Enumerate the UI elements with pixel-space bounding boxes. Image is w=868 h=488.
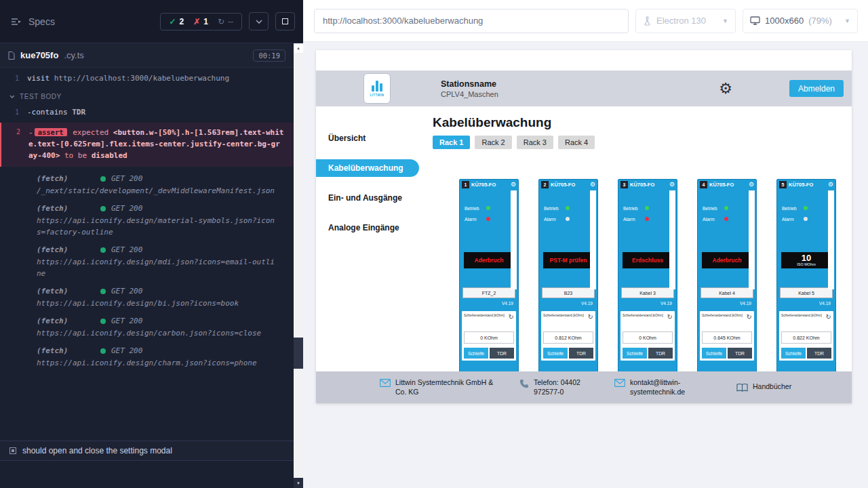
failed-assert-log[interactable]: 2 -assert expected <button.w-[50%].h-[1.… <box>0 123 294 167</box>
schleife-button[interactable]: Schleife <box>702 348 726 359</box>
alarm-led <box>566 217 570 221</box>
firmware-version: V4.19 <box>460 301 518 306</box>
flask-icon <box>643 16 652 26</box>
test-stats[interactable]: ✓2 ✗1 ↻-- <box>160 13 242 30</box>
test-title: should open and close the settings modal <box>22 446 172 455</box>
measurement-panel: Schleifenwiderstand [kOhm] ↻ 0.812 KOhm … <box>541 311 595 361</box>
device-cards: 1 KÜ705-FO ⚙ Betrieb Alarm Aderbruch FTZ… <box>459 179 852 371</box>
tdr-button[interactable]: TDR <box>490 348 514 359</box>
refresh-icon[interactable]: ↻ <box>747 314 752 321</box>
collapsed-test-row[interactable]: should open and close the settings modal <box>0 441 294 461</box>
card-gear-icon[interactable]: ⚙ <box>749 182 754 188</box>
sidebar-item-1[interactable]: Kabelüberwachung <box>316 159 419 177</box>
chevron-down-icon <box>256 20 262 24</box>
schleife-button[interactable]: Schleife <box>464 348 488 359</box>
settings-gear-icon[interactable]: ⚙ <box>719 81 732 96</box>
status-text: Aderbruch <box>713 257 742 264</box>
assert-state: disabled <box>92 151 127 160</box>
fetch-log-entry[interactable]: (fetch) GET 200 /_next/static/developmen… <box>0 167 294 197</box>
sidebar-item-3[interactable]: Analoge Eingänge <box>316 219 419 237</box>
fetch-status: GET 200 <box>111 174 142 183</box>
fetch-log-entry[interactable]: (fetch) GET 200 https://api.iconify.desi… <box>0 197 294 238</box>
cable-name-input[interactable]: Kabel 4 <box>701 287 753 298</box>
schleife-button[interactable]: Schleife <box>543 348 568 359</box>
scrollbar-thumb[interactable] <box>294 338 303 369</box>
stop-tests-button[interactable] <box>275 12 295 30</box>
cable-name-input[interactable]: Kabel 5 <box>780 287 833 298</box>
resistance-value: 0 KOhm <box>623 331 673 344</box>
contains-command[interactable]: 1 -contains TDR <box>0 105 294 120</box>
command-log: 1 visit http://localhost:3000/kabelueber… <box>0 68 294 441</box>
refresh-icon[interactable]: ↻ <box>588 314 593 321</box>
success-dot-icon <box>100 176 106 182</box>
url-input[interactable] <box>314 9 629 33</box>
device-card-1: 2 KÜ705-FO ⚙ Betrieb Alarm PST-M prüfen … <box>538 179 598 371</box>
betrieb-led <box>645 206 649 210</box>
footer-email[interactable]: kontakt@littwin-systemtechnik.de <box>614 378 736 396</box>
card-gear-icon[interactable]: ⚙ <box>669 182 675 188</box>
command-name: visit <box>27 74 50 83</box>
spec-header[interactable]: kue705fo.cy.ts 00:19 <box>0 43 294 68</box>
skyline-icon <box>372 81 382 92</box>
refresh-icon[interactable]: ↻ <box>509 314 514 321</box>
betrieb-label: Betrieb <box>544 206 562 211</box>
viewport-select[interactable]: 1000x660 (79%) ▼ <box>743 9 858 33</box>
fetch-log-entry[interactable]: (fetch) GET 200 https://api.iconify.desi… <box>0 238 294 279</box>
specs-menu-button[interactable]: Specs <box>11 16 55 27</box>
cypress-runner-panel: Specs ✓2 ✗1 ↻-- kue705fo.cy.ts 00:19 1 v… <box>0 0 303 488</box>
tdr-button[interactable]: TDR <box>728 348 752 359</box>
success-dot-icon <box>100 319 106 324</box>
app-under-test: LITTWIN Stationsname CPLV4_Maschen ⚙ Abm… <box>316 50 852 403</box>
success-dot-icon <box>100 348 106 354</box>
reporter-scrollbar[interactable]: ▲ ▼ <box>294 43 303 488</box>
aut-canvas: LITTWIN Stationsname CPLV4_Maschen ⚙ Abm… <box>303 42 868 488</box>
cable-name-input[interactable]: FTZ_2 <box>462 287 515 298</box>
sidebar-item-2[interactable]: Ein- und Ausgänge <box>316 189 419 207</box>
chevron-down-icon: ▼ <box>722 18 728 24</box>
card-side-strip <box>828 190 834 289</box>
rack-tab-2[interactable]: Rack 3 <box>517 136 553 149</box>
card-gear-icon[interactable]: ⚙ <box>511 182 516 188</box>
status-display: Aderbruch <box>464 252 514 268</box>
tdr-button[interactable]: TDR <box>648 348 673 359</box>
test-body-section[interactable]: TEST BODY <box>0 86 294 105</box>
fetch-log-entry[interactable]: (fetch) GET 200 https://api.iconify.desi… <box>0 279 294 309</box>
scroll-up-arrow-icon[interactable]: ▲ <box>294 43 303 53</box>
rack-tab-3[interactable]: Rack 4 <box>558 136 595 149</box>
cable-name-input[interactable]: Kabel 3 <box>621 287 674 298</box>
refresh-icon[interactable]: ↻ <box>826 314 831 321</box>
schleife-button[interactable]: Schleife <box>623 348 647 359</box>
app-main: Kabelüberwachung Rack 1Rack 2Rack 3Rack … <box>419 106 852 371</box>
resistance-value: 0 KOhm <box>464 331 514 344</box>
cable-name-input[interactable]: B23 <box>542 287 595 298</box>
fetch-label: (fetch) <box>37 346 95 355</box>
fetch-status: GET 200 <box>111 204 142 213</box>
browser-select[interactable]: Electron 130 ▼ <box>635 9 736 33</box>
card-title: KÜ705-FO <box>551 182 588 188</box>
visit-command[interactable]: 1 visit http://localhost:3000/kabelueber… <box>0 71 294 86</box>
fetch-log-entry[interactable]: (fetch) GET 200 https://api.iconify.desi… <box>0 339 294 369</box>
runner-body: kue705fo.cy.ts 00:19 1 visit http://loca… <box>0 43 303 488</box>
scroll-down-arrow-icon[interactable]: ▼ <box>294 478 303 488</box>
schleife-button[interactable]: Schleife <box>781 348 806 359</box>
device-card-2: 3 KÜ705-FO ⚙ Betrieb Alarm Erdschluss Ka… <box>618 179 677 371</box>
page-title: Kabelüberwachung <box>433 115 852 130</box>
logout-button[interactable]: Abmelden <box>789 80 844 97</box>
card-gear-icon[interactable]: ⚙ <box>828 182 833 188</box>
footer-manuals[interactable]: Handbücher <box>736 382 791 392</box>
refresh-icon[interactable]: ↻ <box>667 314 673 321</box>
status-unit: ISO MOhm <box>797 262 816 267</box>
sidebar-item-0[interactable]: Übersicht <box>316 129 419 147</box>
card-side-strip <box>749 190 755 289</box>
card-gear-icon[interactable]: ⚙ <box>590 182 595 188</box>
tdr-button[interactable]: TDR <box>807 348 831 359</box>
scrollbar-track[interactable] <box>294 53 303 478</box>
station-info: Stationsname CPLV4_Maschen <box>441 79 498 98</box>
rack-tab-1[interactable]: Rack 2 <box>475 136 511 149</box>
fetch-url: https://api.iconify.design/charm.json?ic… <box>37 357 284 369</box>
betrieb-led <box>804 206 808 210</box>
fetch-log-entry[interactable]: (fetch) GET 200 https://api.iconify.desi… <box>0 309 294 339</box>
tdr-button[interactable]: TDR <box>569 348 593 359</box>
rack-tab-0[interactable]: Rack 1 <box>433 136 470 149</box>
collapse-panel-button[interactable] <box>249 12 269 30</box>
